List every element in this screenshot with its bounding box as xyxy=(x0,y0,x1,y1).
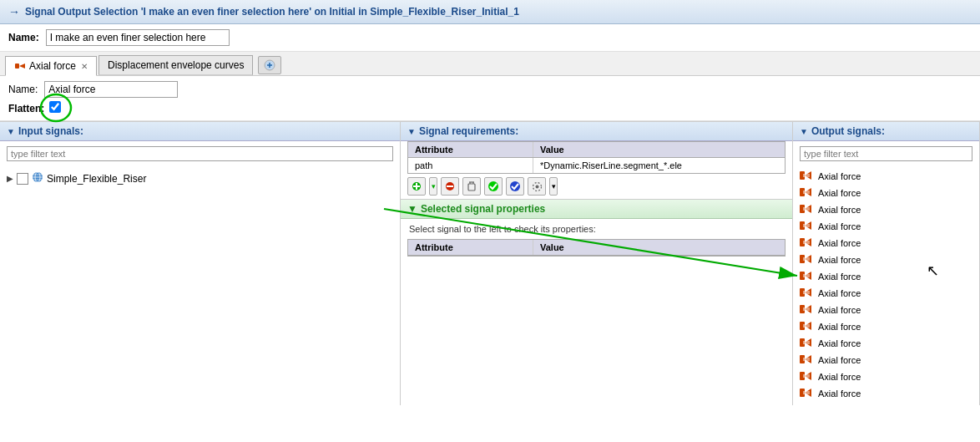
svg-marker-77 xyxy=(805,389,811,397)
output-signal-label: Axial force xyxy=(818,171,861,181)
name-input[interactable] xyxy=(46,29,230,46)
tab-axial-force[interactable]: Axial force ✕ xyxy=(5,56,97,76)
output-signal-label: Axial force xyxy=(818,188,861,198)
selected-signal-triangle-icon: ▼ xyxy=(407,203,417,215)
output-signal-item[interactable]: Axial force xyxy=(793,318,979,335)
svg-point-21 xyxy=(510,181,520,191)
settings-button[interactable] xyxy=(528,177,546,196)
output-signal-item[interactable]: Axial force xyxy=(793,368,979,385)
flatten-label: Flatten: xyxy=(8,103,44,114)
svg-rect-0 xyxy=(15,64,19,69)
svg-marker-73 xyxy=(805,372,811,380)
output-signal-label: Axial force xyxy=(818,338,861,348)
output-signal-item[interactable]: Axial force xyxy=(793,385,979,402)
tree-expand-arrow-icon[interactable]: ▶ xyxy=(7,174,13,183)
flatten-checkbox[interactable] xyxy=(49,101,61,113)
tree-item-simple-flexible-riser[interactable]: ▶ Simple_Flexible_Riser xyxy=(7,170,393,187)
input-signals-header: ▼ Input signals: xyxy=(0,122,400,141)
check-blue-button[interactable] xyxy=(506,177,524,196)
signal-requirements-panel: ▼ Signal requirements: Attribute Value p… xyxy=(401,122,793,405)
signal-item-icon xyxy=(800,186,813,200)
signal-item-icon xyxy=(800,236,813,250)
svg-rect-68 xyxy=(800,355,805,363)
main-wrapper: → Signal Output Selection 'I make an eve… xyxy=(0,0,980,442)
input-signals-title: Input signals: xyxy=(18,125,83,137)
signal-requirements-header: ▼ Signal requirements: xyxy=(401,122,792,141)
svg-rect-40 xyxy=(800,238,805,246)
svg-marker-1 xyxy=(19,64,25,69)
select-hint-text: Select signal to the left to check its p… xyxy=(401,219,792,239)
svg-rect-36 xyxy=(800,221,805,230)
output-signal-item[interactable]: Axial force xyxy=(793,302,979,318)
output-signal-label: Axial force xyxy=(818,305,861,315)
add-icon xyxy=(412,181,422,191)
title-bar: → Signal Output Selection 'I make an eve… xyxy=(0,0,980,24)
signal-req-val-header: Value xyxy=(533,142,785,157)
output-signal-item[interactable]: Axial force xyxy=(793,335,979,352)
output-signal-item[interactable]: Axial force xyxy=(793,168,979,185)
check-blue-icon xyxy=(509,180,521,192)
signal-req-attr-header: Attribute xyxy=(408,142,533,157)
more-icon: ▾ xyxy=(552,182,556,191)
svg-rect-64 xyxy=(800,338,805,347)
signal-req-triangle-icon: ▼ xyxy=(407,127,416,136)
signal-item-icon xyxy=(800,337,813,350)
svg-marker-41 xyxy=(805,238,811,246)
output-signal-item[interactable]: Axial force xyxy=(793,201,979,218)
add-button[interactable] xyxy=(407,177,426,196)
inner-name-input[interactable] xyxy=(44,81,178,98)
inner-name-row: Name: xyxy=(8,81,972,98)
output-signal-item[interactable]: Axial force xyxy=(793,218,979,235)
output-signal-label: Axial force xyxy=(818,372,861,382)
signal-item-icon xyxy=(800,287,813,300)
check-green-button[interactable] xyxy=(484,177,503,196)
add-dropdown-icon: ▾ xyxy=(432,182,436,191)
svg-rect-52 xyxy=(800,288,805,297)
remove-button[interactable] xyxy=(441,177,459,196)
signal-item-icon xyxy=(800,353,813,367)
tab-displacement[interactable]: Displacement envelope curves xyxy=(99,55,253,75)
output-signal-item[interactable]: Axial force xyxy=(793,402,979,405)
output-signals-list: Axial force Axial force Axial force Axia… xyxy=(793,166,979,405)
title-arrow-icon: → xyxy=(8,5,20,18)
delete-button[interactable] xyxy=(462,177,481,196)
input-signals-filter[interactable] xyxy=(7,146,393,161)
output-signal-item[interactable]: Axial force xyxy=(793,235,979,251)
output-signal-item[interactable]: Axial force xyxy=(793,185,979,201)
tab-add-icon xyxy=(264,59,275,71)
svg-marker-25 xyxy=(805,171,811,180)
selected-signal-section: ▼ Selected signal properties Select sign… xyxy=(401,199,792,257)
output-signal-label: Axial force xyxy=(818,322,861,332)
add-dropdown-button[interactable]: ▾ xyxy=(429,177,437,196)
signal-item-icon xyxy=(800,320,813,333)
signal-req-row-path[interactable]: path *Dynamic.RiserLine.segment_*.ele xyxy=(408,158,785,173)
svg-rect-60 xyxy=(800,322,805,330)
svg-marker-45 xyxy=(805,255,811,263)
tab-add-button[interactable] xyxy=(258,56,281,74)
output-signal-item[interactable]: Axial force xyxy=(793,285,979,302)
output-signal-item[interactable]: Axial force xyxy=(793,352,979,368)
output-signal-item[interactable]: Axial force xyxy=(793,251,979,268)
svg-marker-61 xyxy=(805,322,811,330)
svg-rect-56 xyxy=(800,305,805,313)
svg-rect-76 xyxy=(800,389,805,397)
svg-marker-69 xyxy=(805,355,811,363)
more-button[interactable]: ▾ xyxy=(549,177,558,196)
signal-req-toolbar: ▾ xyxy=(401,174,792,199)
output-signals-filter[interactable] xyxy=(800,146,972,161)
title-text: Signal Output Selection 'I make an even … xyxy=(25,6,519,18)
svg-rect-44 xyxy=(800,255,805,263)
tab-content: Name: Flatten: xyxy=(0,76,980,121)
svg-rect-16 xyxy=(468,184,475,191)
output-signal-item[interactable]: Axial force xyxy=(793,268,979,285)
name-label: Name: xyxy=(8,32,39,43)
input-signals-tree: ▶ Simple_Flexible_Riser xyxy=(0,166,400,405)
signal-requirements-title: Signal requirements: xyxy=(419,125,518,137)
tab-displacement-label: Displacement envelope curves xyxy=(108,59,244,71)
output-signal-label: Axial force xyxy=(818,205,861,215)
output-signal-label: Axial force xyxy=(818,255,861,265)
svg-marker-33 xyxy=(805,205,811,213)
globe-icon xyxy=(32,171,43,185)
output-signals-panel: ▼ Output signals: Axial force Axial forc… xyxy=(793,122,980,405)
tab-axial-force-close[interactable]: ✕ xyxy=(81,62,88,71)
